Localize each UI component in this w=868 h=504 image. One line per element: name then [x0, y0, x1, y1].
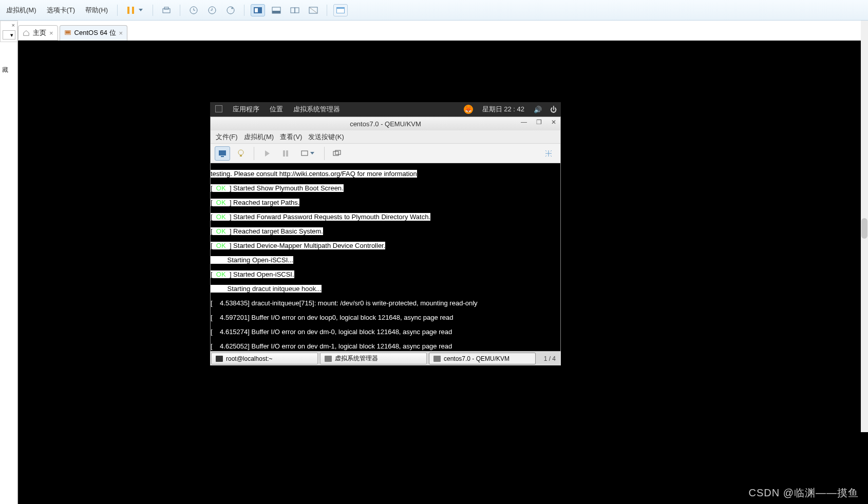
gnome-topbar: 应用程序 位置 虚拟系统管理器 🦊 星期日 22 : 42 🔊 ⏻	[210, 102, 561, 117]
run-button[interactable]	[259, 146, 275, 161]
view-thumbnail-button[interactable]	[269, 4, 284, 16]
guest-taskbar: root@localhost:~ 虚拟系统管理器 centos7.0 - QEM…	[210, 351, 561, 365]
close-panel-button[interactable]: ×	[1, 21, 17, 29]
clock-plus-icon	[226, 6, 235, 15]
taskbar-item-qemu[interactable]: centos7.0 - QEMU/KVM	[429, 353, 536, 364]
snapshot-button[interactable]	[186, 4, 201, 16]
vm-icon	[64, 29, 71, 36]
view-fullscreen-button[interactable]	[306, 4, 320, 16]
window-title: centos7.0 - QEMU/KVM	[350, 120, 421, 128]
gnome-app-title[interactable]: 虚拟系统管理器	[288, 105, 345, 114]
hidden-text-label: 藏	[0, 64, 10, 76]
monitor-icon	[218, 150, 227, 157]
snapshot-button[interactable]	[330, 146, 345, 161]
close-icon[interactable]: ×	[49, 29, 53, 37]
menu-view[interactable]: 查看(V)	[280, 132, 302, 142]
screen-icon	[301, 150, 308, 157]
gnome-activities-icon[interactable]	[210, 105, 228, 114]
fullscreen-button[interactable]	[541, 146, 556, 161]
gnome-datetime[interactable]: 星期日 22 : 42	[477, 105, 530, 114]
svg-rect-10	[295, 8, 299, 13]
volume-icon[interactable]: 🔊	[530, 106, 546, 113]
play-icon	[264, 150, 270, 157]
svg-point-18	[238, 150, 243, 155]
snapshots-icon	[333, 150, 342, 157]
chevron-down-icon: ▾	[10, 32, 13, 38]
chevron-down-icon	[310, 152, 314, 154]
menu-help[interactable]: 帮助(H)	[82, 4, 111, 17]
workspace-indicator[interactable]: 1 / 4	[539, 352, 561, 365]
terminal-icon	[216, 356, 223, 362]
firefox-icon[interactable]: 🦊	[460, 105, 477, 114]
clock-back-icon	[207, 6, 217, 15]
power-icon[interactable]: ⏻	[546, 106, 561, 113]
shutdown-dropdown[interactable]	[296, 146, 319, 161]
fullscreen-exit-icon	[309, 7, 318, 14]
stretch-icon	[272, 7, 281, 14]
tab-label: 主页	[33, 28, 46, 37]
menu-vm[interactable]: 虚拟机(M)	[244, 132, 274, 142]
taskbar-item-terminal[interactable]: root@localhost:~	[211, 353, 318, 364]
svg-rect-19	[240, 155, 242, 157]
revert-snapshot-button[interactable]	[205, 4, 219, 16]
expand-icon	[544, 149, 553, 158]
svg-rect-8	[272, 11, 280, 13]
fit-guest-icon	[253, 7, 262, 14]
svg-rect-13	[337, 9, 344, 13]
separator	[254, 147, 254, 160]
printer-icon	[162, 7, 171, 14]
svg-rect-16	[219, 150, 226, 156]
scrollbar[interactable]	[861, 21, 868, 432]
console-view-button[interactable]	[215, 146, 230, 161]
svg-rect-20	[283, 150, 285, 157]
snapshot-manager-button[interactable]	[223, 4, 238, 16]
svg-rect-9	[291, 8, 295, 13]
menu-vm[interactable]: 虚拟机(M)	[3, 4, 40, 17]
enter-fullscreen-button[interactable]	[333, 4, 348, 16]
svg-rect-21	[286, 150, 288, 157]
svg-rect-6	[255, 8, 258, 12]
vmware-top-toolbar: 虚拟机(M) 选项卡(T) 帮助(H)	[0, 0, 868, 21]
menu-sendkey[interactable]: 发送按键(K)	[308, 132, 344, 142]
svg-rect-23	[333, 151, 338, 156]
chevron-down-icon	[139, 9, 143, 11]
minimize-button[interactable]: —	[519, 119, 529, 126]
gnome-places-menu[interactable]: 位置	[265, 105, 288, 114]
view-console-button[interactable]	[251, 4, 265, 16]
separator	[327, 5, 327, 16]
maximize-button[interactable]: ❐	[534, 119, 544, 126]
separator	[244, 5, 244, 16]
task-label: 虚拟系统管理器	[335, 354, 378, 363]
vm-console-output[interactable]: testing. Please consult http://wiki.cent…	[211, 163, 560, 352]
gnome-applications-menu[interactable]: 应用程序	[228, 105, 265, 114]
view-unity-button[interactable]	[288, 4, 302, 16]
details-view-button[interactable]	[233, 146, 249, 161]
pause-icon	[282, 150, 289, 157]
taskbar-item-virtmanager[interactable]: 虚拟系统管理器	[320, 353, 427, 364]
close-button[interactable]: ✕	[549, 119, 558, 126]
tab-label: CentOS 64 位	[74, 28, 116, 37]
pause-icon	[127, 7, 129, 14]
svg-point-4	[227, 7, 234, 14]
menu-tabs[interactable]: 选项卡(T)	[44, 4, 79, 17]
bulb-icon	[237, 149, 244, 158]
pause-button[interactable]	[124, 5, 146, 15]
pause-icon	[132, 7, 134, 14]
close-icon[interactable]: ×	[119, 29, 123, 37]
tab-home[interactable]: 主页 ×	[18, 25, 58, 41]
panel-dropdown[interactable]: ▾	[3, 30, 15, 40]
window-icon	[336, 7, 345, 14]
watermark-text: CSDN @临渊——摸鱼	[748, 486, 859, 500]
qemu-icon	[433, 356, 441, 362]
task-label: root@localhost:~	[226, 355, 273, 362]
send-ctrl-alt-del-button[interactable]	[159, 4, 174, 16]
virtmanager-icon	[325, 356, 332, 362]
pause-vm-button[interactable]	[278, 146, 293, 161]
qemu-titlebar[interactable]: centos7.0 - QEMU/KVM — ❐ ✕	[211, 117, 560, 130]
svg-rect-15	[65, 31, 70, 34]
qemu-toolbar	[211, 144, 560, 163]
scrollbar-thumb[interactable]	[861, 218, 867, 239]
tab-centos[interactable]: CentOS 64 位 ×	[60, 25, 128, 41]
separator	[117, 5, 118, 16]
menu-file[interactable]: 文件(F)	[216, 132, 238, 142]
